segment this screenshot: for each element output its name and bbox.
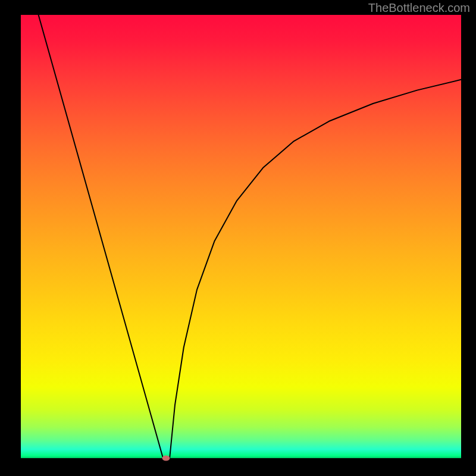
bottleneck-curve: [21, 15, 461, 458]
target-marker: [162, 456, 170, 461]
plot-background: [21, 15, 461, 458]
attribution-text: TheBottleneck.com: [368, 1, 470, 15]
